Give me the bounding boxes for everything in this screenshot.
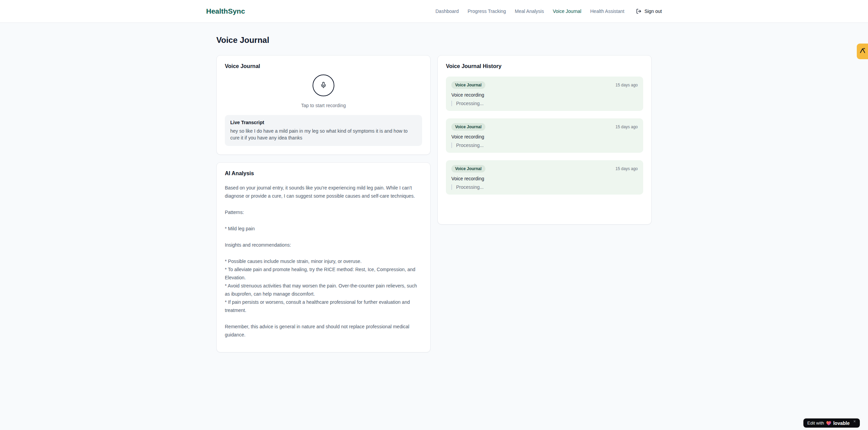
lambda-caret-icon xyxy=(859,47,866,55)
voice-recorder-card: Voice Journal Tap to start recording xyxy=(216,55,431,155)
browser-extension-badge[interactable] xyxy=(857,44,868,59)
entry-status: Processing... xyxy=(451,101,638,106)
lovable-prefix: Edit with xyxy=(807,420,824,426)
history-card: Voice Journal History Voice Journal 15 d… xyxy=(437,55,652,225)
ai-analysis-text: Based on your journal entry, it sounds l… xyxy=(225,184,422,339)
log-out-icon xyxy=(636,9,641,14)
nav-voice-journal[interactable]: Voice Journal xyxy=(553,9,581,14)
header: HealthSync Dashboard Progress Tracking M… xyxy=(0,0,868,23)
page-title: Voice Journal xyxy=(216,35,652,45)
entry-label: Voice recording xyxy=(451,92,638,98)
entry-label: Voice recording xyxy=(451,176,638,181)
history-entry: Voice Journal 15 days ago Voice recordin… xyxy=(446,118,643,153)
history-entry: Voice Journal 15 days ago Voice recordin… xyxy=(446,160,643,195)
heart-icon xyxy=(826,421,831,426)
main-content: Voice Journal Voice Journal xyxy=(216,23,652,352)
record-hint: Tap to start recording xyxy=(225,103,422,108)
main-nav: Dashboard Progress Tracking Meal Analysi… xyxy=(435,9,662,14)
entry-status: Processing... xyxy=(451,143,638,148)
microphone-icon xyxy=(320,82,327,89)
entry-status: Processing... xyxy=(451,184,638,190)
nav-health-assistant[interactable]: Health Assistant xyxy=(590,9,624,14)
live-transcript-text: hey so like I do have a mild pain in my … xyxy=(230,128,417,141)
live-transcript-panel: Live Transcript hey so like I do have a … xyxy=(225,115,422,146)
sign-out-label: Sign out xyxy=(645,9,662,14)
entry-timestamp: 15 days ago xyxy=(616,166,638,171)
recorder-card-title: Voice Journal xyxy=(225,64,422,69)
close-icon[interactable]: × xyxy=(853,419,856,424)
history-card-title: Voice Journal History xyxy=(446,64,643,69)
entry-type-badge: Voice Journal xyxy=(451,165,485,172)
entry-type-badge: Voice Journal xyxy=(451,81,485,89)
sign-out-button[interactable]: Sign out xyxy=(636,9,662,14)
lovable-badge[interactable]: Edit with lovable × xyxy=(803,418,860,428)
entry-type-badge: Voice Journal xyxy=(451,123,485,131)
entry-timestamp: 15 days ago xyxy=(616,83,638,87)
live-transcript-title: Live Transcript xyxy=(230,120,417,125)
ai-analysis-card: AI Analysis Based on your journal entry,… xyxy=(216,162,431,352)
history-list: Voice Journal 15 days ago Voice recordin… xyxy=(446,77,643,195)
ai-analysis-title: AI Analysis xyxy=(225,171,422,176)
entry-timestamp: 15 days ago xyxy=(616,125,638,129)
nav-meal-analysis[interactable]: Meal Analysis xyxy=(515,9,544,14)
entry-label: Voice recording xyxy=(451,134,638,139)
history-entry: Voice Journal 15 days ago Voice recordin… xyxy=(446,77,643,111)
lovable-brand: lovable xyxy=(833,420,850,426)
nav-progress-tracking[interactable]: Progress Tracking xyxy=(468,9,506,14)
brand-logo[interactable]: HealthSync xyxy=(206,7,245,15)
nav-dashboard[interactable]: Dashboard xyxy=(435,9,459,14)
record-button[interactable] xyxy=(313,75,334,96)
